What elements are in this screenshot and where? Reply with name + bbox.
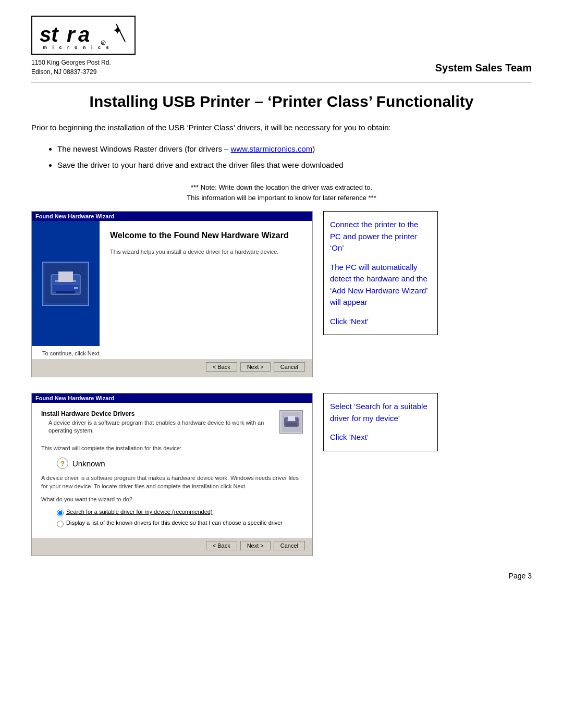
wizard2-p2: A device driver is a software program th… bbox=[41, 474, 303, 490]
radio-section: Search for a suitable driver for my devi… bbox=[57, 509, 303, 527]
page-title: Installing USB Printer – ‘Printer Class’… bbox=[31, 93, 532, 110]
wizard1-cancel-button[interactable]: Cancel bbox=[274, 362, 305, 372]
intro-paragraph: Prior to beginning the installation of t… bbox=[31, 122, 532, 134]
wizard2-p1: This wizard will complete the installati… bbox=[41, 445, 303, 452]
annotation1-para3: Click ‘Next’ bbox=[330, 316, 431, 328]
wizard1-screenshot: Found New Hardware Wizard bbox=[31, 211, 313, 377]
logo-section: st r a ✦ m i c r o n i c s R 1150 King G… bbox=[31, 16, 136, 77]
header: st r a ✦ m i c r o n i c s R 1150 King G… bbox=[31, 16, 532, 77]
wizard1-left-panel bbox=[32, 221, 100, 346]
printer-graphic bbox=[45, 264, 87, 303]
wizard1-content: Welcome to the Found New Hardware Wizard… bbox=[32, 221, 312, 346]
wizard1-back-button[interactable]: < Back bbox=[206, 362, 237, 372]
unknown-device-row: ? Unknown bbox=[57, 458, 303, 469]
wizard2-sub-desc: A device driver is a software program th… bbox=[41, 419, 273, 435]
wizard1-heading: Welcome to the Found New Hardware Wizard bbox=[110, 230, 302, 241]
svg-rect-12 bbox=[56, 291, 75, 293]
wizard2-cancel-button[interactable]: Cancel bbox=[274, 541, 305, 550]
note-text: *** Note: Write down the location the dr… bbox=[31, 182, 532, 204]
svg-rect-13 bbox=[58, 272, 73, 282]
radio-list[interactable] bbox=[57, 521, 64, 527]
wizard2-printer-icon bbox=[279, 410, 303, 434]
content-row-1: Found New Hardware Wizard bbox=[31, 211, 532, 377]
wizard2-next-button[interactable]: Next > bbox=[240, 541, 271, 550]
annotation1-para2: The PC will automatically detect the har… bbox=[330, 262, 431, 309]
wizard2-what-to-do: What do you want the wizard to do? bbox=[41, 496, 303, 503]
header-divider bbox=[31, 82, 532, 82]
printer-image bbox=[42, 262, 89, 306]
svg-text:a: a bbox=[78, 23, 90, 46]
bullet-item-2: Save the driver to your hard drive and e… bbox=[57, 158, 532, 172]
svg-rect-19 bbox=[288, 416, 295, 421]
wizard2-content: Install Hardware Device Drivers A device… bbox=[32, 403, 312, 538]
wizard2-back-button[interactable]: < Back bbox=[206, 541, 237, 550]
star-logo: st r a ✦ m i c r o n i c s R bbox=[35, 20, 132, 51]
svg-text:r: r bbox=[67, 23, 76, 46]
bullet-list: The newest Windows Raster drivers (for d… bbox=[57, 142, 532, 172]
wizard2-buttons: < Back Next > Cancel bbox=[32, 538, 312, 556]
wizard1-next-button[interactable]: Next > bbox=[240, 362, 271, 372]
question-icon: ? bbox=[57, 458, 68, 469]
unknown-label: Unknown bbox=[72, 459, 105, 468]
logo-box: st r a ✦ m i c r o n i c s R bbox=[31, 16, 136, 55]
annotation-box-1: Connect the printer to the PC and power … bbox=[323, 211, 438, 335]
bullet-item-1: The newest Windows Raster drivers (for d… bbox=[57, 142, 532, 156]
wizard2-heading: Install Hardware Device Drivers bbox=[41, 410, 273, 417]
svg-text:m i c r o n i c s: m i c r o n i c s bbox=[43, 45, 111, 50]
system-sales-team: System Sales Team bbox=[435, 62, 532, 77]
address-line1: 1150 King Georges Post Rd. bbox=[31, 58, 136, 67]
wizard1-footer-text: To continue, click Next. bbox=[32, 346, 312, 359]
radio-row-2: Display a list of the known drivers for … bbox=[57, 520, 303, 527]
logo-svg: st r a ✦ m i c r o n i c s R bbox=[35, 20, 132, 51]
radio-search[interactable] bbox=[57, 510, 64, 516]
radio-list-label: Display a list of the known drivers for … bbox=[66, 520, 283, 526]
page-number: Page 3 bbox=[31, 572, 532, 580]
annotation2-para2: Click ‘Next’ bbox=[330, 431, 431, 443]
wizard2-titlebar: Found New Hardware Wizard bbox=[32, 393, 312, 403]
annotation2-para1: Select ‘Search for a suitable driver for… bbox=[330, 401, 431, 424]
annotation1-para1: Connect the printer to the PC and power … bbox=[330, 219, 431, 254]
svg-rect-18 bbox=[286, 423, 297, 426]
content-row-2: Found New Hardware Wizard Install Hardwa… bbox=[31, 393, 532, 556]
annotation-text-1: Connect the printer to the PC and power … bbox=[330, 219, 431, 327]
wizard1-titlebar: Found New Hardware Wizard bbox=[32, 212, 312, 221]
annotation-box-2: Select ‘Search for a suitable driver for… bbox=[323, 393, 438, 451]
wizard1-buttons: < Back Next > Cancel bbox=[32, 359, 312, 377]
radio-row-1: Search for a suitable driver for my devi… bbox=[57, 509, 303, 516]
svg-text:st: st bbox=[40, 23, 59, 46]
wizard1-body: This wizard helps you install a device d… bbox=[110, 248, 302, 256]
svg-rect-14 bbox=[74, 287, 78, 289]
address-line2: Edison, NJ 08837-3729 bbox=[31, 67, 136, 77]
svg-text:R: R bbox=[102, 42, 105, 45]
wizard2-screenshot: Found New Hardware Wizard Install Hardwa… bbox=[31, 393, 313, 556]
annotation-text-2: Select ‘Search for a suitable driver for… bbox=[330, 401, 431, 443]
radio-search-label: Search for a suitable driver for my devi… bbox=[66, 509, 213, 515]
website-link[interactable]: www.starmicronics.com bbox=[231, 144, 313, 153]
wizard1-right-panel: Welcome to the Found New Hardware Wizard… bbox=[100, 221, 312, 346]
